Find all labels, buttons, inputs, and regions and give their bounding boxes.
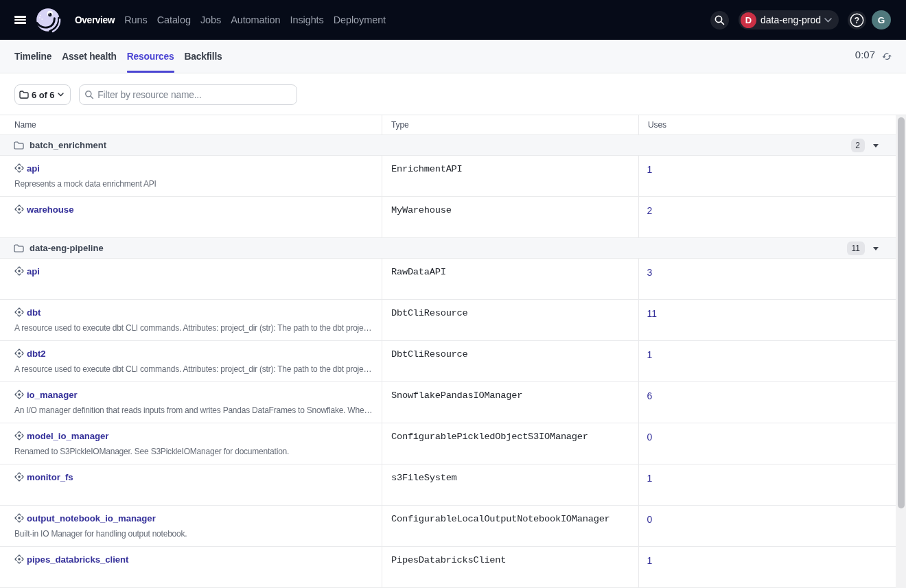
svg-text:?: ? (855, 15, 859, 25)
